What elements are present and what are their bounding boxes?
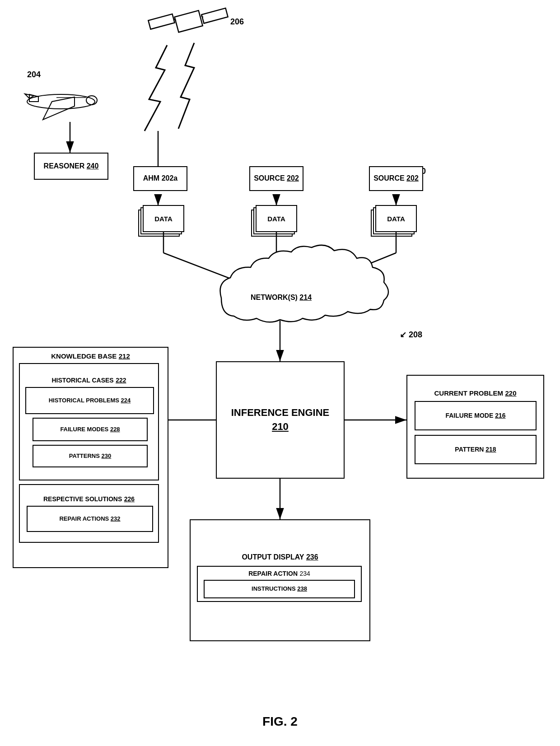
ref-204: 204	[27, 70, 41, 79]
svg-line-5	[174, 19, 176, 20]
inference-engine-box: INFERENCE ENGINE 210	[216, 361, 345, 479]
respective-solutions-box: RESPECTIVE SOLUTIONS 226 REPAIR ACTIONS …	[19, 484, 159, 543]
data2-label: DATA	[256, 205, 297, 232]
source2-box: SOURCE 202	[369, 166, 423, 191]
svg-line-6	[201, 16, 203, 17]
ref-208: ↙ 208	[400, 330, 422, 340]
svg-marker-10	[29, 94, 38, 102]
repair-actions-kb-box: REPAIR ACTIONS 232	[27, 506, 153, 532]
svg-point-7	[27, 94, 95, 109]
svg-rect-2	[175, 10, 203, 32]
network-label: NETWORK(S) 214	[246, 285, 316, 310]
data1-label: DATA	[143, 205, 184, 232]
instructions-box: INSTRUCTIONS 238	[204, 580, 355, 598]
fig-label: FIG. 2	[0, 714, 560, 729]
diagram-container: ↙ 200 204 206 ↙ 208 REASONER 240 AHM 202…	[0, 0, 560, 746]
svg-point-8	[86, 96, 97, 105]
svg-rect-4	[201, 8, 228, 23]
ahm-box: AHM 202a	[133, 166, 187, 191]
failure-mode-box: FAILURE MODE 216	[415, 401, 537, 430]
historical-problems-box: HISTORICAL PROBLEMS 224	[25, 387, 154, 414]
knowledge-base-box: KNOWLEDGE BASE 212 HISTORICAL CASES 222 …	[13, 347, 168, 568]
pattern-box: PATTERN 218	[415, 435, 537, 464]
svg-line-28	[307, 253, 396, 289]
historical-cases-box: HISTORICAL CASES 222 HISTORICAL PROBLEMS…	[19, 363, 159, 480]
failure-modes-box: FAILURE MODES 228	[33, 418, 148, 441]
reasoner-box: REASONER 240	[34, 153, 108, 180]
output-display-box: OUTPUT DISPLAY 236 REPAIR ACTION 234 INS…	[190, 519, 370, 641]
svg-line-25	[163, 253, 257, 289]
ref-206: 206	[230, 17, 244, 27]
repair-action-box: REPAIR ACTION 234 INSTRUCTIONS 238	[197, 566, 362, 602]
patterns-kb-box: PATTERNS 230	[33, 445, 148, 467]
current-problem-box: CURRENT PROBLEM 220 FAILURE MODE 216 PAT…	[406, 375, 544, 479]
svg-marker-9	[43, 97, 75, 120]
svg-rect-3	[148, 14, 174, 29]
source1-box: SOURCE 202	[249, 166, 303, 191]
data3-label: DATA	[376, 205, 416, 232]
svg-marker-11	[25, 94, 34, 98]
